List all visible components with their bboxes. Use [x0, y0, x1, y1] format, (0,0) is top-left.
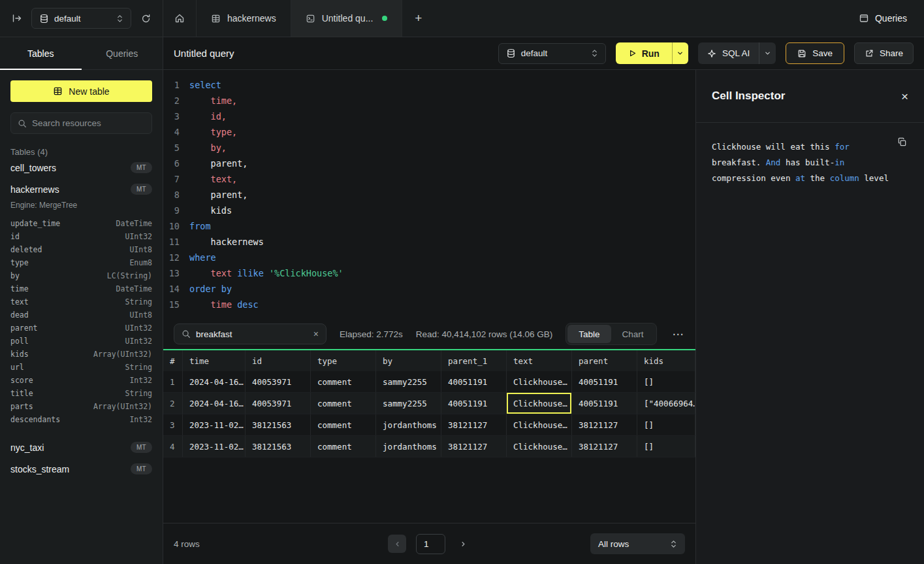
editor-line[interactable]: 11 hackernews — [163, 234, 695, 250]
view-tab-chart[interactable]: Chart — [611, 325, 655, 343]
table-cell[interactable]: 40051191 — [441, 393, 507, 414]
editor-line[interactable]: 4 type, — [163, 124, 695, 140]
editor-line[interactable]: 13 text ilike '%ClickHouse%' — [163, 265, 695, 281]
table-cell[interactable]: sammy2255 — [376, 371, 441, 392]
table-cell[interactable]: Clickhouse… — [507, 371, 572, 392]
column-row[interactable]: deletedUInt8 — [10, 243, 152, 256]
column-row[interactable]: urlString — [10, 361, 152, 374]
column-row[interactable]: timeDateTime — [10, 282, 152, 295]
table-cell[interactable]: 2023-11-02… — [183, 436, 246, 457]
table-cell[interactable]: 38121127 — [572, 436, 637, 457]
table-cell[interactable]: 38121127 — [441, 414, 507, 435]
next-page-button[interactable] — [455, 535, 471, 553]
column-row[interactable]: partsArray(UInt32) — [10, 400, 152, 413]
table-cell[interactable]: Clickhouse… — [507, 436, 572, 457]
sidebar-toggle-icon[interactable] — [9, 10, 25, 26]
column-header[interactable]: id — [246, 350, 311, 371]
table-cell[interactable]: 2023-11-02… — [183, 414, 246, 435]
tab-home[interactable] — [163, 0, 197, 37]
editor-line[interactable]: 12where — [163, 250, 695, 265]
save-button[interactable]: Save — [786, 42, 844, 64]
column-row[interactable]: deadUInt8 — [10, 308, 152, 322]
table-cell[interactable]: 40053971 — [246, 371, 311, 392]
table-cell[interactable]: [] — [637, 414, 695, 435]
new-table-button[interactable]: New table — [10, 80, 152, 102]
editor-line[interactable]: 2 time, — [163, 93, 695, 108]
table-cell[interactable]: 2024-04-16… — [183, 393, 246, 414]
copy-icon[interactable] — [897, 137, 907, 149]
table-cell[interactable]: 40051191 — [441, 371, 507, 392]
table-item-stocks-stream[interactable]: stocks_stream MT — [10, 458, 152, 480]
editor-line[interactable]: 5 by, — [163, 140, 695, 156]
table-cell[interactable]: 38121563 — [246, 436, 311, 457]
sidebar-tab-tables[interactable]: Tables — [0, 37, 82, 69]
editor-line[interactable]: 3 id, — [163, 108, 695, 124]
results-search-input[interactable] — [196, 329, 308, 339]
column-row[interactable]: textString — [10, 295, 152, 308]
table-cell[interactable]: [] — [637, 436, 695, 457]
table-row[interactable]: 32023-11-02…38121563commentjordanthoms38… — [163, 414, 695, 436]
editor-line[interactable]: 10from — [163, 218, 695, 234]
column-header[interactable]: parent_1 — [441, 350, 507, 371]
table-cell[interactable]: 38121563 — [246, 414, 311, 435]
more-options-button[interactable]: ⋯ — [670, 327, 686, 341]
column-header[interactable]: type — [311, 350, 376, 371]
sidebar-tab-queries[interactable]: Queries — [82, 37, 163, 69]
editor-line[interactable]: 9 kids — [163, 203, 695, 218]
table-cell[interactable]: 40051191 — [572, 371, 637, 392]
editor-line[interactable]: 1select — [163, 77, 695, 93]
table-cell[interactable]: comment — [311, 436, 376, 457]
table-item-cell-towers[interactable]: cell_towers MT — [10, 157, 152, 178]
table-cell[interactable]: jordanthoms — [376, 436, 441, 457]
run-button[interactable]: Run — [616, 42, 672, 64]
column-header[interactable]: by — [376, 350, 441, 371]
table-cell[interactable]: sammy2255 — [376, 393, 441, 414]
column-row[interactable]: update_timeDateTime — [10, 217, 152, 230]
column-header[interactable]: text — [507, 350, 572, 371]
refresh-icon[interactable] — [138, 10, 153, 26]
sidebar-search-input[interactable] — [32, 118, 145, 128]
sql-editor[interactable]: 1select2 time,3 id,4 type,5 by,6 parent,… — [163, 70, 695, 319]
column-row[interactable]: descendantsInt32 — [10, 413, 152, 426]
editor-line[interactable]: 6 parent, — [163, 156, 695, 171]
editor-line[interactable]: 7 text, — [163, 171, 695, 187]
page-size-select[interactable]: All rows — [590, 533, 685, 554]
row-index-cell[interactable]: 3 — [163, 414, 183, 435]
table-item-hackernews[interactable]: hackernews MT — [10, 178, 152, 200]
table-cell[interactable]: comment — [311, 393, 376, 414]
page-number-input[interactable]: 1 — [416, 534, 445, 554]
tab-untitled-query[interactable]: Untitled qu... — [291, 0, 403, 37]
column-row[interactable]: titleString — [10, 387, 152, 400]
row-index-cell[interactable]: 1 — [163, 371, 183, 392]
column-header[interactable]: # — [163, 350, 183, 371]
table-row[interactable]: 22024-04-16…40053971commentsammy22554005… — [163, 393, 695, 414]
table-cell[interactable]: 40051191 — [572, 393, 637, 414]
table-row[interactable]: 12024-04-16…40053971commentsammy22554005… — [163, 371, 695, 393]
run-options-button[interactable] — [672, 42, 688, 64]
clear-search-icon[interactable]: × — [313, 329, 319, 339]
column-row[interactable]: parentUInt32 — [10, 322, 152, 335]
close-icon[interactable]: × — [901, 90, 908, 103]
column-header[interactable]: parent — [572, 350, 637, 371]
table-row[interactable]: 42023-11-02…38121563commentjordanthoms38… — [163, 436, 695, 457]
sql-ai-options-button[interactable] — [759, 42, 776, 64]
column-row[interactable]: scoreInt32 — [10, 374, 152, 387]
share-button[interactable]: Share — [854, 42, 914, 64]
column-row[interactable]: idUInt32 — [10, 230, 152, 243]
table-cell[interactable]: ["40066964… — [637, 393, 695, 414]
table-cell[interactable]: Clickhouse… — [507, 414, 572, 435]
table-cell[interactable]: 38121127 — [441, 436, 507, 457]
queries-button[interactable]: Queries — [859, 13, 907, 24]
column-row[interactable]: typeEnum8 — [10, 256, 152, 269]
tab-hackernews[interactable]: hackernews — [197, 0, 291, 37]
column-row[interactable]: kidsArray(UInt32) — [10, 348, 152, 361]
editor-line[interactable]: 15 time desc — [163, 297, 695, 312]
prev-page-button[interactable] — [388, 535, 406, 553]
column-row[interactable]: byLC(String) — [10, 269, 152, 282]
column-header[interactable]: time — [183, 350, 246, 371]
sql-ai-button[interactable]: SQL AI — [698, 42, 759, 64]
table-cell[interactable]: Clickhouse… — [507, 393, 572, 414]
table-cell[interactable]: comment — [311, 371, 376, 392]
query-database-selector[interactable]: default — [498, 43, 606, 64]
new-tab-button[interactable]: + — [402, 0, 434, 37]
